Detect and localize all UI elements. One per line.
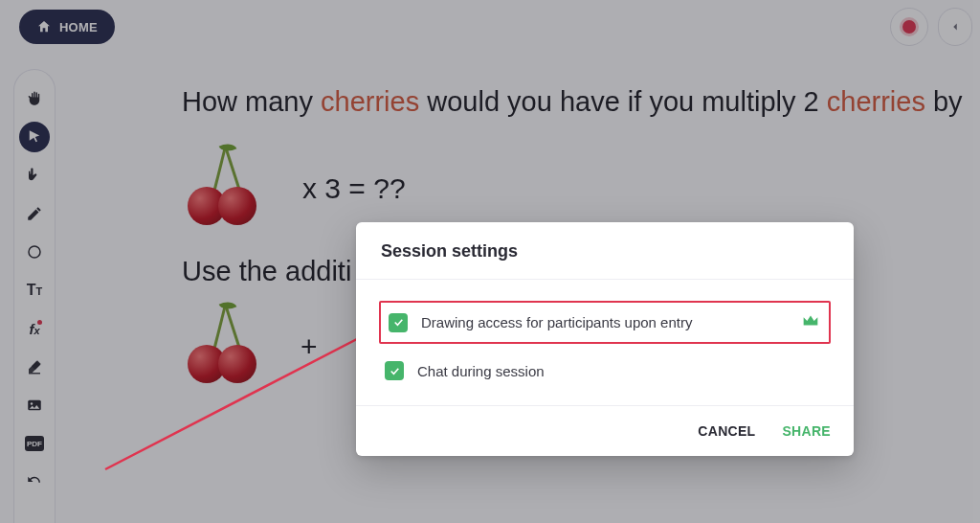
option-label: Drawing access for participants upon ent…	[421, 314, 692, 330]
modal-footer: CANCEL SHARE	[356, 405, 854, 456]
session-settings-modal: Session settings Drawing access for part…	[356, 222, 854, 456]
modal-body: Drawing access for participants upon ent…	[356, 280, 854, 405]
option-label: Chat during session	[417, 363, 545, 379]
cancel-button[interactable]: CANCEL	[698, 423, 755, 439]
app-root: HOME TT fx	[0, 0, 980, 523]
crown-icon	[800, 310, 821, 334]
option-chat[interactable]: Chat during session	[379, 353, 831, 388]
modal-title: Session settings	[356, 222, 854, 280]
share-button[interactable]: SHARE	[782, 423, 831, 439]
checkbox-checked-icon[interactable]	[389, 313, 408, 332]
checkbox-checked-icon[interactable]	[385, 361, 404, 380]
option-drawing-access[interactable]: Drawing access for participants upon ent…	[379, 301, 831, 344]
